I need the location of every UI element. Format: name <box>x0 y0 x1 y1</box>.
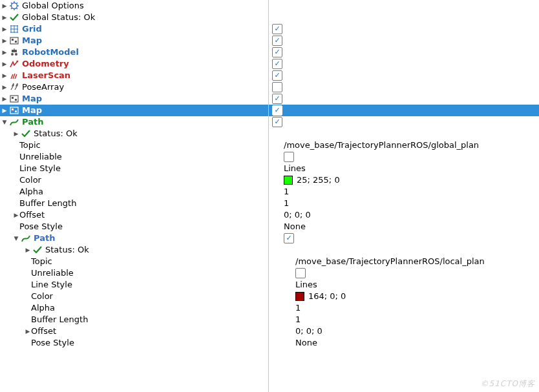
tree-row-value-cell[interactable]: 25; 255; 0 <box>281 174 539 186</box>
tree-row[interactable]: ▶Map✓ <box>0 105 539 116</box>
property-value[interactable]: 1 <box>295 314 301 325</box>
tree-row-value-cell[interactable] <box>270 0 539 12</box>
tree-row-value-cell[interactable]: ✓ <box>270 46 539 58</box>
tree-row-value-cell[interactable]: /move_base/TrajectoryPlannerROS/global_p… <box>281 139 539 151</box>
tree-row-value-cell[interactable]: 1 <box>281 186 539 198</box>
property-value[interactable]: 1 <box>295 302 301 314</box>
tree-row[interactable]: ▼Path✓ <box>0 116 539 128</box>
tree-row[interactable]: ▶Map✓ <box>0 35 539 46</box>
tree-row-value-cell[interactable] <box>281 128 539 139</box>
tree-expand-icon[interactable]: ▶ <box>1 81 8 93</box>
enable-checkbox[interactable]: ✓ <box>284 233 294 243</box>
tree-row[interactable]: ▶Line StyleLines <box>0 163 539 174</box>
property-value[interactable]: 1 <box>284 186 289 198</box>
tree-row[interactable]: ▶PoseArray <box>0 81 539 93</box>
tree-row-value-cell[interactable]: 1 <box>293 314 539 325</box>
property-value[interactable]: Lines <box>295 279 317 291</box>
enable-checkbox[interactable]: ✓ <box>272 94 282 104</box>
tree-row[interactable]: ▶Topic/move_base/TrajectoryPlannerROS/lo… <box>0 256 539 267</box>
tree-expand-icon[interactable]: ▶ <box>25 244 31 256</box>
tree-row[interactable]: ▶Alpha1 <box>0 186 539 198</box>
tree-row-value-cell[interactable]: ✓ <box>281 232 539 244</box>
tree-row-value-cell[interactable]: Lines <box>281 163 539 174</box>
tree-row-value-cell[interactable]: ✓ <box>270 35 539 46</box>
tree-row[interactable]: ▶Line StyleLines <box>0 279 539 291</box>
tree-row[interactable]: ▶Unreliable <box>0 151 539 163</box>
tree-row[interactable]: ▶Color164; 0; 0 <box>0 291 539 302</box>
property-value[interactable]: /move_base/TrajectoryPlannerROS/local_pl… <box>295 256 485 267</box>
tree-row-value-cell[interactable]: 0; 0; 0 <box>293 325 539 337</box>
tree-row-value-cell[interactable]: ✓ <box>270 116 539 128</box>
tree-row[interactable]: ▶Status: Ok <box>0 128 539 139</box>
property-value[interactable]: 1 <box>284 198 289 209</box>
enable-checkbox[interactable]: ✓ <box>272 105 282 116</box>
tree-collapse-icon[interactable]: ▼ <box>13 232 19 244</box>
color-swatch[interactable] <box>295 292 304 301</box>
tree-row-value-cell[interactable]: None <box>281 221 539 232</box>
tree-row-value-cell[interactable]: 164; 0; 0 <box>293 291 539 302</box>
property-value[interactable]: 164; 0; 0 <box>308 291 346 302</box>
tree-expand-icon[interactable]: ▶ <box>1 12 8 23</box>
tree-row-value-cell[interactable]: 1 <box>293 302 539 314</box>
tree-row[interactable]: ▶Offset0; 0; 0 <box>0 209 539 221</box>
enable-checkbox[interactable]: ✓ <box>272 117 282 127</box>
property-value[interactable]: Lines <box>284 163 306 174</box>
enable-checkbox[interactable]: ✓ <box>272 70 282 81</box>
tree-expand-icon[interactable]: ▶ <box>13 209 19 221</box>
tree-row-value-cell[interactable]: 1 <box>281 198 539 209</box>
tree-row-value-cell[interactable]: None <box>293 337 539 349</box>
tree-row-value-cell[interactable] <box>293 244 539 256</box>
enable-checkbox[interactable]: ✓ <box>272 24 282 34</box>
tree-row[interactable]: ▶Odometry✓ <box>0 58 539 70</box>
tree-expand-icon[interactable]: ▶ <box>13 128 19 139</box>
tree-expand-icon[interactable]: ▶ <box>1 58 8 70</box>
tree-row[interactable]: ▶Offset0; 0; 0 <box>0 325 539 337</box>
enable-checkbox[interactable]: ✓ <box>272 59 282 69</box>
tree-row[interactable]: ▶Pose StyleNone <box>0 221 539 232</box>
tree-expand-icon[interactable]: ▶ <box>1 46 8 58</box>
tree-row[interactable]: ▶Buffer Length1 <box>0 198 539 209</box>
property-value[interactable]: 25; 255; 0 <box>297 174 340 186</box>
enable-checkbox[interactable] <box>272 82 282 92</box>
tree-row[interactable]: ▶Topic/move_base/TrajectoryPlannerROS/gl… <box>0 139 539 151</box>
tree-row-value-cell[interactable]: ✓ <box>270 58 539 70</box>
tree-expand-icon[interactable]: ▶ <box>1 0 8 12</box>
tree-row[interactable]: ▶LaserScan✓ <box>0 70 539 81</box>
tree-expand-icon[interactable]: ▶ <box>1 23 8 35</box>
property-value[interactable]: /move_base/TrajectoryPlannerROS/global_p… <box>284 139 479 151</box>
tree-row[interactable]: ▶Buffer Length1 <box>0 314 539 325</box>
tree-row-value-cell[interactable] <box>270 81 539 93</box>
tree-row-value-cell[interactable]: /move_base/TrajectoryPlannerROS/local_pl… <box>293 256 539 267</box>
tree-row-value-cell[interactable] <box>270 12 539 23</box>
tree-row[interactable]: ▶Alpha1 <box>0 302 539 314</box>
tree-row[interactable]: ▶Grid✓ <box>0 23 539 35</box>
tree-row[interactable]: ▶Global Options <box>0 0 539 12</box>
property-value[interactable]: None <box>295 337 317 349</box>
tree-row-value-cell[interactable]: ✓ <box>270 105 539 116</box>
tree-row[interactable]: ▶Pose StyleNone <box>0 337 539 349</box>
tree-row-value-cell[interactable] <box>281 151 539 163</box>
tree-collapse-icon[interactable]: ▼ <box>1 116 8 128</box>
tree-row-value-cell[interactable]: ✓ <box>270 70 539 81</box>
property-value[interactable]: 0; 0; 0 <box>295 325 322 337</box>
tree-row[interactable]: ▶Color25; 255; 0 <box>0 174 539 186</box>
enable-checkbox[interactable] <box>284 152 294 162</box>
tree-row[interactable]: ▶RobotModel✓ <box>0 46 539 58</box>
tree-row-value-cell[interactable] <box>293 267 539 279</box>
tree-row-value-cell[interactable]: Lines <box>293 279 539 291</box>
tree-row-value-cell[interactable]: ✓ <box>270 23 539 35</box>
tree-expand-icon[interactable]: ▶ <box>1 93 8 105</box>
enable-checkbox[interactable]: ✓ <box>272 36 282 46</box>
tree-row-value-cell[interactable]: 0; 0; 0 <box>281 209 539 221</box>
enable-checkbox[interactable] <box>295 268 306 278</box>
enable-checkbox[interactable]: ✓ <box>272 47 282 57</box>
property-value[interactable]: 0; 0; 0 <box>284 209 311 221</box>
tree-expand-icon[interactable]: ▶ <box>1 70 8 81</box>
color-swatch[interactable] <box>284 176 293 185</box>
tree-row-value-cell[interactable]: ✓ <box>270 93 539 105</box>
tree-expand-icon[interactable]: ▶ <box>1 105 8 116</box>
tree-row[interactable]: ▶Status: Ok <box>0 244 539 256</box>
column-divider[interactable] <box>268 0 269 392</box>
tree-row[interactable]: ▶Global Status: Ok <box>0 12 539 23</box>
property-value[interactable]: None <box>284 221 306 232</box>
